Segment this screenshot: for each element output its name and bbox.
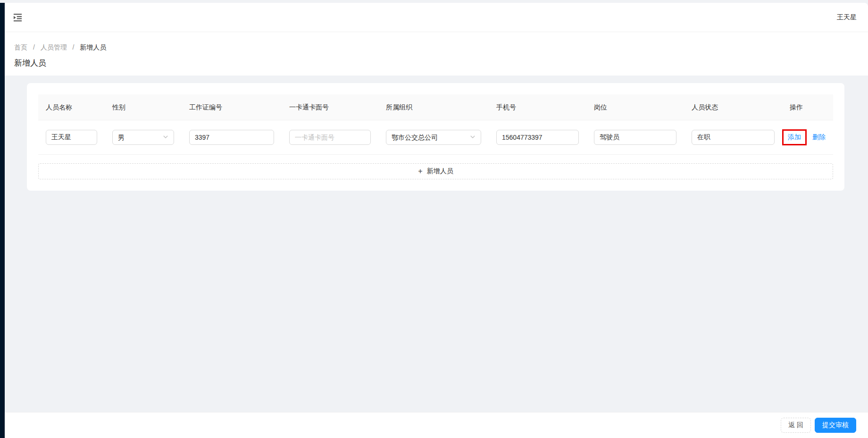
table-row: 男 鄂市公交总公司 <box>38 120 833 155</box>
add-link[interactable]: 添加 <box>788 133 801 142</box>
card-no-input[interactable] <box>289 130 371 145</box>
add-row-button[interactable]: + 新增人员 <box>38 163 833 179</box>
organization-select[interactable]: 鄂市公交总公司 <box>386 130 481 145</box>
topbar: 王天星 <box>5 3 868 32</box>
row-actions: 添加 删除 <box>782 129 826 145</box>
breadcrumb-separator: / <box>73 43 75 51</box>
annotation-highlight-box: 添加 <box>782 129 807 145</box>
header-work-id: 工作证编号 <box>182 94 282 120</box>
header-name: 人员名称 <box>38 94 105 120</box>
breadcrumb-current: 新增人员 <box>80 43 106 51</box>
page-title: 新增人员 <box>14 57 859 69</box>
personnel-table: 人员名称 性别 工作证编号 一卡通卡面号 所属组织 手机号 岗位 人员状态 操作 <box>38 94 833 155</box>
header-post: 岗位 <box>586 94 684 120</box>
header-actions: 操作 <box>782 94 833 120</box>
work-id-input[interactable] <box>189 130 274 145</box>
add-row-button-label: 新增人员 <box>427 167 453 176</box>
back-button[interactable]: 返 回 <box>781 418 811 433</box>
name-input[interactable] <box>46 130 97 145</box>
breadcrumb-personnel[interactable]: 人员管理 <box>41 43 67 51</box>
header-status: 人员状态 <box>684 94 782 120</box>
gender-select[interactable]: 男 <box>112 130 174 145</box>
breadcrumb-separator: / <box>33 43 35 51</box>
table-header-row: 人员名称 性别 工作证编号 一卡通卡面号 所属组织 手机号 岗位 人员状态 操作 <box>38 94 833 120</box>
gender-select-value: 男 <box>118 130 125 144</box>
delete-link[interactable]: 删除 <box>812 133 826 142</box>
content-area: 人员名称 性别 工作证编号 一卡通卡面号 所属组织 手机号 岗位 人员状态 操作 <box>5 76 868 412</box>
chevron-down-icon <box>470 134 476 141</box>
header-phone: 手机号 <box>489 94 586 120</box>
header-organization: 所属组织 <box>378 94 489 120</box>
status-input[interactable] <box>692 130 775 145</box>
chevron-down-icon <box>163 134 168 141</box>
plus-icon: + <box>418 168 422 175</box>
user-menu[interactable]: 王天星 <box>837 13 857 22</box>
page-header: 首页 / 人员管理 / 新增人员 新增人员 <box>5 32 868 76</box>
organization-select-value: 鄂市公交总公司 <box>392 130 438 144</box>
footer-action-bar: 返 回 提交审核 <box>5 412 868 438</box>
header-gender: 性别 <box>105 94 182 120</box>
header-card-no: 一卡通卡面号 <box>282 94 378 120</box>
post-input[interactable] <box>594 130 676 145</box>
breadcrumb: 首页 / 人员管理 / 新增人员 <box>14 42 859 52</box>
phone-input[interactable] <box>496 130 579 145</box>
form-card: 人员名称 性别 工作证编号 一卡通卡面号 所属组织 手机号 岗位 人员状态 操作 <box>27 83 844 191</box>
submit-review-button[interactable]: 提交审核 <box>815 418 856 433</box>
breadcrumb-home[interactable]: 首页 <box>14 43 27 51</box>
main-layout: 王天星 首页 / 人员管理 / 新增人员 新增人员 人员名称 <box>5 3 868 438</box>
collapsed-sidebar-rail <box>0 3 5 438</box>
menu-unfold-icon[interactable] <box>13 13 22 22</box>
